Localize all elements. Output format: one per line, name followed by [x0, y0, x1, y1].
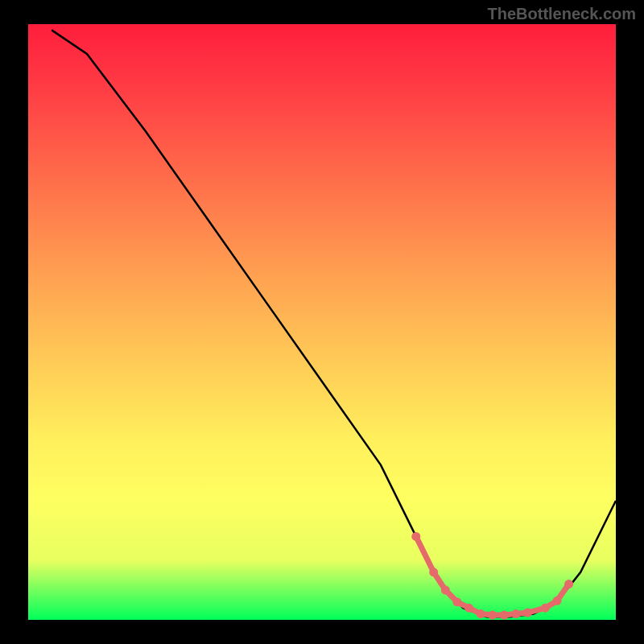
- highlight-dot: [523, 609, 532, 617]
- highlight-dot: [411, 532, 420, 541]
- highlight-markers: [411, 532, 573, 620]
- highlight-dot: [541, 604, 550, 613]
- chart-svg: [28, 24, 616, 620]
- highlight-dot: [488, 611, 497, 620]
- highlight-dot: [564, 580, 573, 588]
- curve-line: [52, 30, 616, 617]
- highlight-dot: [553, 597, 562, 605]
- watermark-text: TheBottleneck.com: [488, 5, 636, 23]
- highlight-dot: [452, 597, 461, 606]
- highlight-dot: [500, 611, 509, 620]
- highlight-dot: [477, 609, 485, 618]
- highlight-dot: [511, 609, 520, 618]
- highlight-dot: [441, 586, 450, 595]
- highlight-stroke: [416, 536, 569, 615]
- highlight-dot: [464, 604, 473, 613]
- chart-plot-area: [28, 24, 616, 620]
- highlight-dot: [429, 568, 438, 576]
